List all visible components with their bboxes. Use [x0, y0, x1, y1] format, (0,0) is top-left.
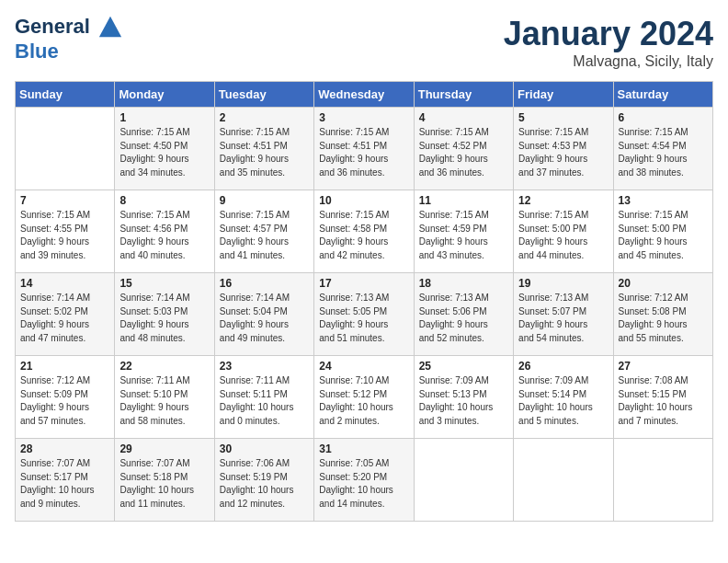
- day-info: Sunrise: 7:15 AM Sunset: 4:50 PM Dayligh…: [119, 126, 209, 179]
- day-info: Sunrise: 7:15 AM Sunset: 4:54 PM Dayligh…: [619, 126, 708, 179]
- day-number: 29: [119, 442, 209, 455]
- day-number: 13: [619, 194, 708, 207]
- day-number: 31: [319, 442, 408, 455]
- header-sunday: Sunday: [16, 82, 115, 108]
- day-number: 17: [319, 277, 408, 290]
- week-row-2: 7Sunrise: 7:15 AM Sunset: 4:55 PM Daylig…: [16, 190, 713, 273]
- day-cell: 22Sunrise: 7:11 AM Sunset: 5:10 PM Dayli…: [115, 356, 214, 439]
- day-cell: 2Sunrise: 7:15 AM Sunset: 4:51 PM Daylig…: [214, 108, 313, 190]
- week-row-1: 1Sunrise: 7:15 AM Sunset: 4:50 PM Daylig…: [16, 108, 713, 190]
- week-row-5: 28Sunrise: 7:07 AM Sunset: 5:17 PM Dayli…: [16, 439, 713, 522]
- logo-text: General: [15, 15, 123, 40]
- day-cell: [613, 439, 712, 522]
- day-cell: 17Sunrise: 7:13 AM Sunset: 5:05 PM Dayli…: [314, 273, 414, 356]
- day-number: 1: [119, 111, 209, 124]
- day-info: Sunrise: 7:15 AM Sunset: 4:53 PM Dayligh…: [518, 126, 608, 179]
- day-cell: 16Sunrise: 7:14 AM Sunset: 5:04 PM Dayli…: [214, 273, 313, 356]
- day-cell: 12Sunrise: 7:15 AM Sunset: 5:00 PM Dayli…: [514, 190, 613, 273]
- day-cell: [514, 439, 613, 522]
- day-number: 16: [220, 277, 309, 290]
- day-cell: 29Sunrise: 7:07 AM Sunset: 5:18 PM Dayli…: [115, 439, 214, 522]
- day-info: Sunrise: 7:14 AM Sunset: 5:03 PM Dayligh…: [119, 292, 209, 345]
- title-block: January 2024 Malvagna, Sicily, Italy: [504, 15, 713, 70]
- day-cell: 5Sunrise: 7:15 AM Sunset: 4:53 PM Daylig…: [514, 108, 613, 190]
- day-number: 5: [518, 111, 608, 124]
- day-cell: 23Sunrise: 7:11 AM Sunset: 5:11 PM Dayli…: [214, 356, 313, 439]
- day-number: 6: [619, 111, 708, 124]
- day-info: Sunrise: 7:11 AM Sunset: 5:11 PM Dayligh…: [220, 374, 309, 428]
- day-info: Sunrise: 7:15 AM Sunset: 4:51 PM Dayligh…: [220, 126, 309, 179]
- day-info: Sunrise: 7:15 AM Sunset: 5:00 PM Dayligh…: [518, 209, 608, 262]
- day-cell: 31Sunrise: 7:05 AM Sunset: 5:20 PM Dayli…: [314, 439, 414, 522]
- day-number: 2: [220, 111, 309, 124]
- day-cell: 27Sunrise: 7:08 AM Sunset: 5:15 PM Dayli…: [613, 356, 712, 439]
- day-cell: 24Sunrise: 7:10 AM Sunset: 5:12 PM Dayli…: [314, 356, 414, 439]
- day-info: Sunrise: 7:15 AM Sunset: 4:57 PM Dayligh…: [220, 209, 309, 262]
- svg-marker-0: [99, 17, 121, 37]
- header-tuesday: Tuesday: [214, 82, 313, 108]
- day-number: 19: [518, 277, 608, 290]
- day-cell: 4Sunrise: 7:15 AM Sunset: 4:52 PM Daylig…: [414, 108, 513, 190]
- day-number: 24: [319, 360, 408, 373]
- location: Malvagna, Sicily, Italy: [504, 53, 713, 70]
- day-number: 4: [419, 111, 508, 124]
- day-info: Sunrise: 7:10 AM Sunset: 5:12 PM Dayligh…: [319, 374, 408, 428]
- header-thursday: Thursday: [414, 82, 513, 108]
- day-cell: 13Sunrise: 7:15 AM Sunset: 5:00 PM Dayli…: [613, 190, 712, 273]
- day-cell: 11Sunrise: 7:15 AM Sunset: 4:59 PM Dayli…: [414, 190, 513, 273]
- day-info: Sunrise: 7:13 AM Sunset: 5:07 PM Dayligh…: [518, 292, 608, 345]
- day-info: Sunrise: 7:05 AM Sunset: 5:20 PM Dayligh…: [319, 457, 408, 511]
- day-info: Sunrise: 7:15 AM Sunset: 4:56 PM Dayligh…: [119, 209, 209, 262]
- day-cell: 3Sunrise: 7:15 AM Sunset: 4:51 PM Daylig…: [314, 108, 414, 190]
- page-header: General Blue January 2024 Malvagna, Sici…: [15, 15, 713, 70]
- day-info: Sunrise: 7:08 AM Sunset: 5:15 PM Dayligh…: [619, 374, 708, 428]
- day-cell: 21Sunrise: 7:12 AM Sunset: 5:09 PM Dayli…: [16, 356, 115, 439]
- day-info: Sunrise: 7:15 AM Sunset: 4:59 PM Dayligh…: [419, 209, 508, 262]
- day-cell: 15Sunrise: 7:14 AM Sunset: 5:03 PM Dayli…: [115, 273, 214, 356]
- day-info: Sunrise: 7:15 AM Sunset: 5:00 PM Dayligh…: [619, 209, 708, 262]
- day-info: Sunrise: 7:09 AM Sunset: 5:13 PM Dayligh…: [419, 374, 508, 428]
- header-wednesday: Wednesday: [314, 82, 414, 108]
- day-info: Sunrise: 7:12 AM Sunset: 5:08 PM Dayligh…: [619, 292, 708, 345]
- day-number: 22: [119, 360, 209, 373]
- day-info: Sunrise: 7:13 AM Sunset: 5:06 PM Dayligh…: [419, 292, 508, 345]
- day-number: 8: [119, 194, 209, 207]
- day-cell: 14Sunrise: 7:14 AM Sunset: 5:02 PM Dayli…: [16, 273, 115, 356]
- day-cell: 26Sunrise: 7:09 AM Sunset: 5:14 PM Dayli…: [514, 356, 613, 439]
- day-cell: 20Sunrise: 7:12 AM Sunset: 5:08 PM Dayli…: [613, 273, 712, 356]
- day-cell: 18Sunrise: 7:13 AM Sunset: 5:06 PM Dayli…: [414, 273, 513, 356]
- day-number: 18: [419, 277, 508, 290]
- day-number: 30: [220, 442, 309, 455]
- calendar-header-row: SundayMondayTuesdayWednesdayThursdayFrid…: [16, 82, 713, 108]
- day-info: Sunrise: 7:15 AM Sunset: 4:52 PM Dayligh…: [419, 126, 508, 179]
- day-number: 21: [20, 360, 109, 373]
- header-monday: Monday: [115, 82, 214, 108]
- day-cell: 7Sunrise: 7:15 AM Sunset: 4:55 PM Daylig…: [16, 190, 115, 273]
- day-info: Sunrise: 7:13 AM Sunset: 5:05 PM Dayligh…: [319, 292, 408, 345]
- calendar-table: SundayMondayTuesdayWednesdayThursdayFrid…: [15, 81, 713, 522]
- day-info: Sunrise: 7:06 AM Sunset: 5:19 PM Dayligh…: [220, 457, 309, 511]
- day-info: Sunrise: 7:15 AM Sunset: 4:55 PM Dayligh…: [20, 209, 109, 262]
- day-number: 23: [220, 360, 309, 373]
- day-cell: 10Sunrise: 7:15 AM Sunset: 4:58 PM Dayli…: [314, 190, 414, 273]
- day-cell: 1Sunrise: 7:15 AM Sunset: 4:50 PM Daylig…: [115, 108, 214, 190]
- day-cell: 30Sunrise: 7:06 AM Sunset: 5:19 PM Dayli…: [214, 439, 313, 522]
- day-cell: 6Sunrise: 7:15 AM Sunset: 4:54 PM Daylig…: [613, 108, 712, 190]
- day-cell: 19Sunrise: 7:13 AM Sunset: 5:07 PM Dayli…: [514, 273, 613, 356]
- header-saturday: Saturday: [613, 82, 712, 108]
- day-info: Sunrise: 7:12 AM Sunset: 5:09 PM Dayligh…: [20, 374, 109, 428]
- day-cell: 28Sunrise: 7:07 AM Sunset: 5:17 PM Dayli…: [16, 439, 115, 522]
- month-title: January 2024: [504, 15, 713, 53]
- day-number: 27: [619, 360, 708, 373]
- day-info: Sunrise: 7:11 AM Sunset: 5:10 PM Dayligh…: [119, 374, 209, 428]
- day-number: 28: [20, 442, 109, 455]
- day-info: Sunrise: 7:07 AM Sunset: 5:17 PM Dayligh…: [20, 457, 109, 511]
- day-cell: 8Sunrise: 7:15 AM Sunset: 4:56 PM Daylig…: [115, 190, 214, 273]
- day-number: 14: [20, 277, 109, 290]
- logo: General Blue: [15, 15, 123, 63]
- day-number: 20: [619, 277, 708, 290]
- week-row-3: 14Sunrise: 7:14 AM Sunset: 5:02 PM Dayli…: [16, 273, 713, 356]
- day-number: 9: [220, 194, 309, 207]
- day-info: Sunrise: 7:15 AM Sunset: 4:58 PM Dayligh…: [319, 209, 408, 262]
- day-number: 12: [518, 194, 608, 207]
